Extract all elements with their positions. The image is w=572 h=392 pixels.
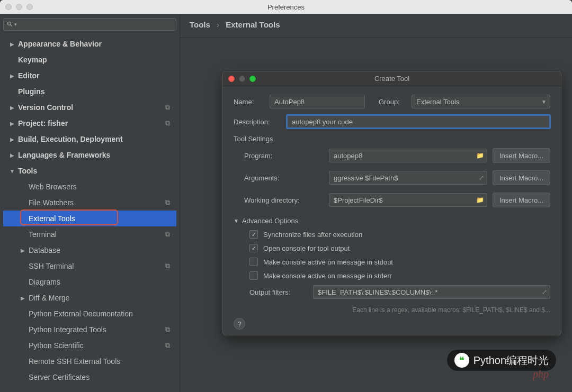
tree-arrow-icon: ▶ — [10, 152, 15, 158]
svg-line-1 — [11, 25, 12, 26]
advanced-options-toggle[interactable]: ▼ Advanced Options — [234, 217, 550, 225]
program-input[interactable]: autopep8 — [329, 149, 487, 162]
folder-icon[interactable]: 📁 — [476, 196, 484, 204]
sidebar-item-appearance-behavior[interactable]: ▶Appearance & Behavior — [3, 36, 176, 52]
description-input[interactable]: autopep8 your code — [287, 115, 550, 129]
sidebar-item-keymap[interactable]: Keymap — [3, 52, 176, 68]
sidebar-item-ssh-terminal[interactable]: SSH Terminal⧉ — [3, 258, 176, 274]
insert-macro-button-workdir[interactable]: Insert Macro... — [493, 193, 550, 207]
sidebar-item-label: Plugins — [18, 87, 45, 96]
sidebar-item-label: Diagrams — [29, 278, 60, 286]
sidebar-item-python-scientific[interactable]: Python Scientific⧉ — [3, 338, 176, 353]
folder-icon[interactable]: 📁 — [476, 152, 484, 159]
sidebar-item-label: Diff & Merge — [29, 294, 70, 302]
checkbox-label: Open console for tool output — [263, 244, 350, 252]
tree-arrow-icon: ▼ — [10, 168, 15, 174]
tree-arrow-icon: ▶ — [10, 121, 15, 126]
checkbox[interactable] — [249, 230, 258, 239]
expand-icon[interactable]: ⤢ — [542, 288, 547, 296]
copy-icon: ⧉ — [165, 262, 170, 270]
sidebar-item-tools[interactable]: ▼Tools — [3, 163, 176, 179]
sidebar-item-file-watchers[interactable]: File Watchers⧉ — [3, 195, 176, 211]
insert-macro-button-arguments[interactable]: Insert Macro... — [493, 170, 550, 185]
checkbox-label: Make console active on message in stdout — [263, 258, 393, 266]
help-button[interactable]: ? — [234, 318, 245, 330]
sidebar-item-version-control[interactable]: ▶Version Control⧉ — [3, 99, 176, 115]
chevron-down-icon: ▼ — [234, 218, 239, 224]
expand-icon[interactable]: ⤢ — [479, 174, 484, 181]
sidebar-item-label: Editor — [18, 71, 39, 80]
breadcrumb-root[interactable]: Tools — [190, 20, 210, 29]
name-row: Name: AutoPep8 Group: External Tools ▼ — [234, 95, 550, 108]
insert-macro-button-program[interactable]: Insert Macro... — [493, 148, 550, 163]
sidebar-item-label: Terminal — [29, 230, 57, 239]
sidebar-item-remote-ssh-external-tools[interactable]: Remote SSH External Tools — [3, 353, 176, 369]
titlebar: Preferences — [0, 0, 572, 14]
checkbox-label: Make console active on message in stderr — [263, 272, 392, 280]
tree-arrow-icon: ▶ — [10, 41, 15, 47]
arguments-label: Arguments: — [244, 174, 324, 182]
tree-arrow-icon: ▶ — [10, 136, 15, 142]
checkbox[interactable] — [249, 258, 258, 266]
tree-arrow-icon: ▶ — [10, 73, 15, 79]
check-row: Make console active on message in stderr — [249, 271, 550, 280]
sidebar-item-languages-frameworks[interactable]: ▶Languages & Frameworks — [3, 147, 176, 163]
sidebar-item-label: Web Browsers — [29, 183, 77, 191]
arguments-input[interactable]: ggressive $FilePath$ — [329, 171, 487, 185]
name-input[interactable]: AutoPep8 — [270, 95, 365, 108]
sidebar-item-external-tools[interactable]: External Tools — [3, 211, 176, 226]
sidebar-item-web-browsers[interactable]: Web Browsers — [3, 179, 176, 195]
copy-icon: ⧉ — [165, 198, 170, 207]
breadcrumb-leaf: External Tools — [226, 20, 280, 29]
create-tool-dialog: Create Tool Name: AutoPep8 Group: Extern… — [222, 71, 561, 335]
check-row: Make console active on message in stdout — [249, 258, 550, 266]
sidebar-item-project-fisher[interactable]: ▶Project: fisher⧉ — [3, 115, 176, 131]
description-row: Description: autopep8 your code — [234, 115, 550, 129]
sidebar-item-label: Server Certificates — [29, 373, 90, 381]
dialog-title: Create Tool — [223, 75, 561, 83]
search-dropdown-icon[interactable]: ▾ — [14, 22, 17, 27]
sidebar-item-label: Build, Execution, Deployment — [18, 135, 123, 143]
group-select[interactable]: External Tools ▼ — [412, 95, 550, 108]
copy-icon: ⧉ — [165, 341, 170, 350]
check-row: Open console for tool output — [249, 244, 550, 252]
preferences-window: Preferences ▾ ▶Appearance & BehaviorKeym… — [0, 0, 572, 392]
search-icon — [7, 21, 13, 28]
search-input[interactable]: ▾ — [3, 18, 176, 31]
sidebar-item-diagrams[interactable]: Diagrams — [3, 274, 176, 290]
wechat-icon: ❝ — [454, 353, 469, 368]
window-title: Preferences — [0, 3, 572, 11]
arguments-row: Arguments: ggressive $FilePath$⤢ Insert … — [244, 170, 550, 185]
sidebar-item-label: Languages & Frameworks — [18, 151, 110, 159]
sidebar-item-server-certificates[interactable]: Server Certificates — [3, 369, 176, 385]
sidebar: ▾ ▶Appearance & BehaviorKeymap▶EditorPlu… — [0, 14, 180, 392]
checkbox[interactable] — [249, 244, 258, 252]
sidebar-item-build-execution-deployment[interactable]: ▶Build, Execution, Deployment — [3, 131, 176, 147]
php-watermark: php — [533, 368, 549, 380]
sidebar-item-editor[interactable]: ▶Editor — [3, 68, 176, 84]
sidebar-item-label: SSH Terminal — [29, 262, 74, 270]
tree-arrow-icon: ▶ — [20, 295, 25, 301]
svg-point-0 — [8, 22, 11, 25]
workdir-input[interactable]: $ProjectFileDir$ — [329, 193, 487, 207]
sidebar-item-diff-merge[interactable]: ▶Diff & Merge — [3, 290, 176, 306]
advanced-checks: Synchronize files after executionOpen co… — [234, 230, 550, 280]
breadcrumb: Tools › External Tools — [180, 14, 572, 35]
program-label: Program: — [244, 152, 324, 160]
sidebar-item-terminal[interactable]: Terminal⧉ — [3, 226, 176, 242]
group-label: Group: — [379, 98, 407, 106]
sidebar-item-plugins[interactable]: Plugins — [3, 84, 176, 99]
output-filters-input[interactable]: $FILE_PATH$\:$LINE$\:$COLUMN$\:.* — [313, 285, 550, 299]
sidebar-item-label: Keymap — [18, 56, 47, 64]
checkbox[interactable] — [249, 271, 258, 280]
sidebar-item-database[interactable]: ▶Database — [3, 242, 176, 258]
workdir-row: Working directory: $ProjectFileDir$📁 Ins… — [244, 193, 550, 207]
sidebar-item-label: Project: fisher — [18, 119, 68, 127]
copy-icon: ⧉ — [165, 119, 170, 127]
output-filters-label: Output filters: — [249, 288, 308, 296]
dialog-titlebar: Create Tool — [223, 71, 561, 86]
description-label: Description: — [234, 118, 282, 126]
sidebar-item-python-external-documentation[interactable]: Python External Documentation — [3, 306, 176, 322]
sidebar-item-label: Database — [29, 246, 60, 254]
sidebar-item-python-integrated-tools[interactable]: Python Integrated Tools⧉ — [3, 322, 176, 338]
